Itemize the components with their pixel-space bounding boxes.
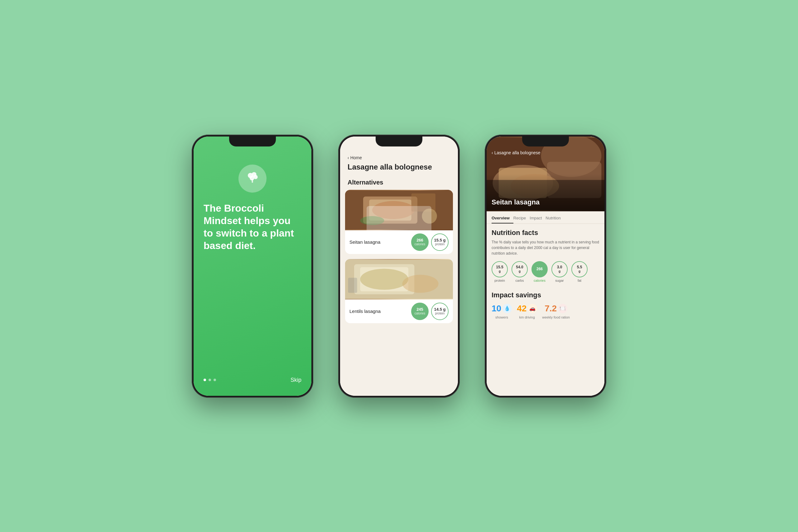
impact-badge-showers: 10 💧 showers xyxy=(492,304,512,319)
showers-icon: 💧 xyxy=(504,305,510,311)
protein-label-lentils: protein xyxy=(435,312,445,315)
nutrition-description: The % daily value tells you how much a n… xyxy=(492,239,600,256)
food-svg-lentils xyxy=(345,259,453,300)
sugar-unit: g xyxy=(558,270,560,273)
impact-food-number: 7.2 xyxy=(545,304,557,314)
svg-rect-9 xyxy=(412,193,435,211)
calories-label-lentils: calories xyxy=(415,312,425,315)
calories-val: 266 xyxy=(536,267,543,271)
phone-3-screen: ‹ Lasagne alla bolognese Seitan lasagna … xyxy=(487,136,604,396)
impact-showers-label: showers xyxy=(495,316,508,319)
food-image-seitan xyxy=(345,190,453,230)
food-ration-icon: 🍽️ xyxy=(559,305,566,311)
tab-nutrition[interactable]: Nutrition xyxy=(546,216,564,224)
alternatives-section-title: Alternatives xyxy=(340,175,458,190)
svg-rect-5 xyxy=(345,190,453,230)
impact-food-label: weekly food ration xyxy=(542,316,570,319)
calories-badge-seitan: 266 calories xyxy=(411,233,429,251)
driving-icon: 🚗 xyxy=(529,305,535,311)
skip-button[interactable]: Skip xyxy=(290,377,301,383)
svg-point-23 xyxy=(511,174,559,198)
hero-section: ‹ Lasagne alla bolognese Seitan lasagna xyxy=(487,136,604,211)
protein-badge-lentils: 14.5 g protein xyxy=(431,303,449,320)
protein-label-seitan: protein xyxy=(435,243,445,246)
food-svg-seitan xyxy=(345,190,453,230)
broccoli-icon xyxy=(245,171,260,186)
fat-val: 5.5 xyxy=(577,265,582,269)
phone-2-title: Lasagne alla bolognese xyxy=(347,163,451,171)
phone-2: ‹ Home Lasagne alla bolognese Alternativ… xyxy=(338,135,460,398)
food-card-lentils[interactable]: Lentils lasagna 245 calories 14.5 g prot… xyxy=(345,259,453,323)
tab-overview[interactable]: Overview xyxy=(492,216,513,224)
food-badges-seitan: 266 calories 15.5 g protein xyxy=(411,233,449,251)
calories-value-seitan: 266 xyxy=(416,238,423,243)
calories-value-lentils: 245 xyxy=(416,307,423,312)
nutri-label-protein: protein xyxy=(494,279,505,282)
impact-savings-section: Impact savings 10 💧 showers xyxy=(487,289,604,324)
food-card-seitan[interactable]: Seitan lasagna 266 calories 15.5 g prote… xyxy=(345,190,453,254)
svg-rect-22 xyxy=(499,168,547,198)
food-card-bottom-seitan: Seitan lasagna 266 calories 15.5 g prote… xyxy=(345,230,453,254)
carbs-unit: g xyxy=(519,270,520,273)
back-chevron-icon: ‹ xyxy=(347,155,349,160)
impact-showers-num-row: 10 💧 xyxy=(492,304,512,314)
nutri-label-sugar: sugar xyxy=(555,279,564,282)
svg-point-16 xyxy=(402,274,439,293)
phone-1-bottom-bar: Skip xyxy=(204,377,301,383)
notch-2 xyxy=(376,136,422,147)
protein-value-seitan: 15.5 g xyxy=(434,238,446,243)
nutri-circle-carbs: 54.0 g xyxy=(512,261,528,278)
food-name-lentils: Lentils lasagna xyxy=(349,308,381,314)
broccoli-logo-circle xyxy=(239,165,267,193)
notch-1 xyxy=(229,136,276,147)
impact-badge-food-ration: 7.2 🍽️ weekly food ration xyxy=(542,304,570,319)
nutri-badge-fat: 5.5 g fat xyxy=(571,261,588,282)
protein-value-lentils: 14.5 g xyxy=(434,307,446,312)
showers-icon-circle: 💧 xyxy=(502,304,512,313)
nutri-badge-sugar: 3.0 g sugar xyxy=(551,261,568,282)
nutri-circle-sugar: 3.0 g xyxy=(551,261,568,278)
back-link-label: Home xyxy=(350,155,362,160)
calories-label-seitan: calories xyxy=(415,243,425,246)
phone-3-inner: ‹ Lasagne alla bolognese Seitan lasagna … xyxy=(487,136,604,396)
fat-unit: g xyxy=(578,270,581,273)
svg-rect-20 xyxy=(547,162,601,198)
food-ration-icon-circle: 🍽️ xyxy=(558,304,567,313)
phone-1-inner: The Broccoli Mindset helps you to switch… xyxy=(194,136,311,396)
nutri-label-carbs: carbs xyxy=(516,279,524,282)
svg-point-10 xyxy=(422,209,437,224)
back-to-lasagne[interactable]: ‹ Lasagne alla bolognese xyxy=(492,150,540,155)
nutrition-facts-section: Nutrition facts The % daily value tells … xyxy=(487,224,604,289)
phone-2-header: ‹ Home Lasagne alla bolognese xyxy=(340,155,458,175)
tab-recipe[interactable]: Recipe xyxy=(513,216,530,224)
phone-2-inner: ‹ Home Lasagne alla bolognese Alternativ… xyxy=(340,136,458,396)
protein-val: 15.5 xyxy=(496,265,503,269)
nutri-circle-fat: 5.5 g xyxy=(571,261,588,278)
impact-driving-number: 42 xyxy=(517,304,527,314)
svg-point-11 xyxy=(360,216,384,225)
phone-1: The Broccoli Mindset helps you to switch… xyxy=(192,135,313,398)
sugar-val: 3.0 xyxy=(557,265,562,269)
impact-badge-driving: 42 🚗 km driving xyxy=(517,304,537,319)
nutri-badge-carbs: 54.0 g carbs xyxy=(512,261,528,282)
nutri-circle-protein: 15.5 g xyxy=(492,261,508,278)
impact-food-num-row: 7.2 🍽️ xyxy=(545,304,567,314)
protein-badge-seitan: 15.5 g protein xyxy=(431,233,449,251)
back-to-home[interactable]: ‹ Home xyxy=(347,155,451,160)
phone-1-screen: The Broccoli Mindset helps you to switch… xyxy=(194,136,311,396)
tabs-bar: Overview Recipe Impact Nutrition xyxy=(487,211,604,224)
dot-3 xyxy=(213,379,216,381)
svg-rect-4 xyxy=(252,179,253,183)
back-chevron-icon-3: ‹ xyxy=(492,150,493,155)
protein-unit: g xyxy=(499,270,501,273)
dot-2 xyxy=(209,379,211,381)
driving-icon-circle: 🚗 xyxy=(528,304,537,313)
dot-1 xyxy=(204,379,206,381)
impact-title: Impact savings xyxy=(492,291,600,299)
food-badges-lentils: 245 calories 14.5 g protein xyxy=(411,303,449,320)
tab-impact[interactable]: Impact xyxy=(530,216,546,224)
back-label-3: Lasagne alla bolognese xyxy=(494,150,540,155)
phone-3: ‹ Lasagne alla bolognese Seitan lasagna … xyxy=(485,135,606,398)
nutri-circle-calories: 266 xyxy=(531,261,548,278)
impact-driving-label: km driving xyxy=(519,316,535,319)
